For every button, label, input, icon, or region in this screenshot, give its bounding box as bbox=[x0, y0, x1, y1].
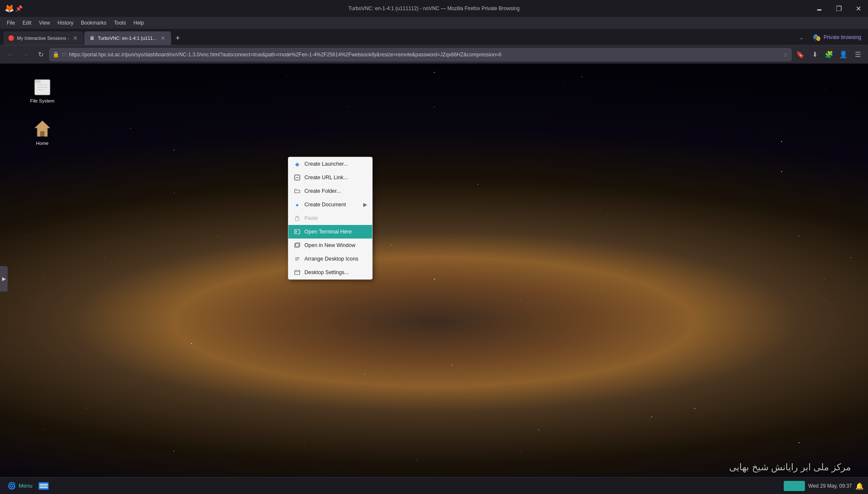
reload-button[interactable]: ↻ bbox=[34, 48, 47, 61]
ctx-paste-icon bbox=[293, 214, 301, 222]
star bbox=[217, 98, 218, 98]
taskbar-menu-button[interactable]: 🌀 Menu bbox=[4, 480, 36, 491]
ctx-open-terminal[interactable]: Open Terminal Here bbox=[288, 225, 372, 239]
ctx-desktop-settings[interactable]: Desktop Settings... bbox=[288, 266, 372, 279]
star bbox=[391, 244, 392, 245]
tab-1[interactable]: 🖥 TurboVNC: en-1-4:1 (u111... ✕ bbox=[84, 31, 171, 45]
bottom-organization-text: مرکز ملی ابر رایانش شیخ بهایی bbox=[729, 462, 851, 473]
vnc-desktop[interactable]: ▶ File System Home ◆ Create Launche bbox=[0, 64, 868, 494]
star bbox=[495, 386, 495, 387]
star bbox=[651, 322, 652, 322]
ctx-settings-icon bbox=[293, 269, 301, 276]
home-label: Home bbox=[36, 141, 48, 146]
star bbox=[625, 270, 626, 271]
star bbox=[373, 193, 374, 194]
ctx-create-document[interactable]: ● Create Document ▶ bbox=[288, 198, 372, 211]
bookmark-star-icon[interactable]: ☆ bbox=[783, 51, 788, 58]
star bbox=[26, 236, 27, 236]
star bbox=[521, 451, 521, 451]
window-controls: 🗕 ❐ ✕ bbox=[810, 0, 868, 17]
ctx-create-url-link[interactable]: Create URL Link... bbox=[288, 171, 372, 184]
menu-edit[interactable]: Edit bbox=[19, 18, 35, 28]
tab-close-1[interactable]: ✕ bbox=[159, 34, 167, 42]
forward-button[interactable]: → bbox=[19, 48, 32, 61]
star bbox=[521, 300, 521, 301]
star bbox=[417, 460, 417, 460]
star bbox=[217, 236, 218, 236]
star bbox=[799, 442, 799, 443]
star bbox=[434, 107, 435, 108]
star bbox=[825, 279, 825, 279]
tab-bar: 🔴 My Interactive Sessions - ✕ 🖥 TurboVNC… bbox=[0, 29, 868, 45]
browser-title: TurboVNC: en-1-4:1 (u111112) - noVNC — M… bbox=[348, 6, 520, 11]
star bbox=[582, 76, 583, 77]
ctx-create-launcher[interactable]: ◆ Create Launcher... bbox=[288, 157, 372, 171]
svg-rect-1 bbox=[35, 80, 41, 83]
nav-bar: ← → ↻ 🔒 🛡 https://portal.hpc.iut.ac.ir/p… bbox=[0, 45, 868, 64]
star bbox=[174, 451, 174, 452]
star bbox=[44, 430, 44, 430]
tab-bar-right: ⌄ 🎭 Private browsing bbox=[796, 31, 865, 43]
account-button[interactable]: 👤 bbox=[837, 48, 850, 61]
back-button[interactable]: ← bbox=[3, 48, 17, 61]
star bbox=[538, 430, 539, 430]
star bbox=[434, 279, 435, 280]
star bbox=[651, 416, 652, 417]
taskbar-active-app[interactable] bbox=[784, 481, 805, 491]
address-bar[interactable]: 🔒 🛡 https://portal.hpc.iut.ac.ir/pun/sys… bbox=[49, 48, 792, 61]
tab-favicon-0: 🔴 bbox=[8, 35, 14, 42]
menu-tools[interactable]: Tools bbox=[111, 18, 129, 28]
close-button[interactable]: ✕ bbox=[849, 0, 868, 17]
taskbar-icon-line-1 bbox=[39, 484, 48, 485]
star bbox=[287, 76, 287, 77]
star bbox=[503, 399, 504, 400]
taskbar-apps-icon[interactable] bbox=[39, 482, 49, 490]
menu-help[interactable]: Help bbox=[130, 18, 147, 28]
new-tab-button[interactable]: + bbox=[172, 32, 184, 44]
tab-label-1: TurboVNC: en-1-4:1 (u111... bbox=[98, 36, 157, 41]
ctx-paste[interactable]: Paste bbox=[288, 211, 372, 225]
star bbox=[564, 85, 565, 86]
star bbox=[434, 72, 435, 73]
minimize-button[interactable]: 🗕 bbox=[810, 0, 829, 17]
home-icon bbox=[32, 119, 53, 139]
star bbox=[44, 279, 44, 279]
menu-bookmarks[interactable]: Bookmarks bbox=[77, 18, 110, 28]
tab-list-button[interactable]: ⌄ bbox=[796, 31, 807, 43]
ctx-launcher-icon: ◆ bbox=[293, 160, 301, 168]
star bbox=[304, 150, 304, 150]
menu-history[interactable]: History bbox=[54, 18, 77, 28]
ctx-url-icon bbox=[293, 174, 301, 181]
sidebar-handle[interactable]: ▶ bbox=[0, 266, 8, 291]
extensions-button[interactable]: 🧩 bbox=[822, 48, 836, 61]
ctx-folder-label: Create Folder... bbox=[304, 188, 367, 194]
ctx-arrange-icons[interactable]: Arrange Desktop Icons bbox=[288, 252, 372, 266]
ctx-paste-label: Paste bbox=[304, 215, 367, 221]
tab-close-0[interactable]: ✕ bbox=[72, 34, 79, 42]
desktop-icon-home[interactable]: Home bbox=[25, 119, 59, 146]
ctx-document-label: Create Document bbox=[304, 202, 360, 208]
tab-0[interactable]: 🔴 My Interactive Sessions - ✕ bbox=[3, 31, 83, 45]
tab-favicon-1: 🖥 bbox=[88, 35, 95, 42]
desktop-icon-filesystem[interactable]: File System bbox=[25, 76, 59, 103]
menu-button[interactable]: ☰ bbox=[851, 48, 865, 61]
menu-view[interactable]: View bbox=[36, 18, 53, 28]
star bbox=[764, 287, 764, 288]
star bbox=[174, 193, 174, 194]
taskbar: 🌀 Menu Wed 29 May, 09:37 🔔 bbox=[0, 477, 868, 494]
private-browsing-icon: 🎭 bbox=[813, 33, 821, 42]
star bbox=[451, 365, 452, 366]
restore-button[interactable]: ❐ bbox=[829, 0, 849, 17]
star bbox=[347, 107, 348, 107]
download-button[interactable]: ⬇ bbox=[808, 48, 821, 61]
taskbar-notification-icon[interactable]: 🔔 bbox=[855, 482, 864, 490]
ctx-open-new-window[interactable]: Open in New Window bbox=[288, 239, 372, 252]
title-bar: 🦊 📌 TurboVNC: en-1-4:1 (u111112) - noVNC… bbox=[0, 0, 868, 17]
star bbox=[721, 300, 721, 301]
secure-icon: 🛡 bbox=[62, 52, 66, 57]
star bbox=[304, 442, 304, 443]
bookmark-button[interactable]: 🔖 bbox=[793, 48, 807, 61]
star bbox=[104, 257, 105, 258]
ctx-create-folder[interactable]: Create Folder... bbox=[288, 184, 372, 198]
menu-file[interactable]: File bbox=[3, 18, 18, 28]
